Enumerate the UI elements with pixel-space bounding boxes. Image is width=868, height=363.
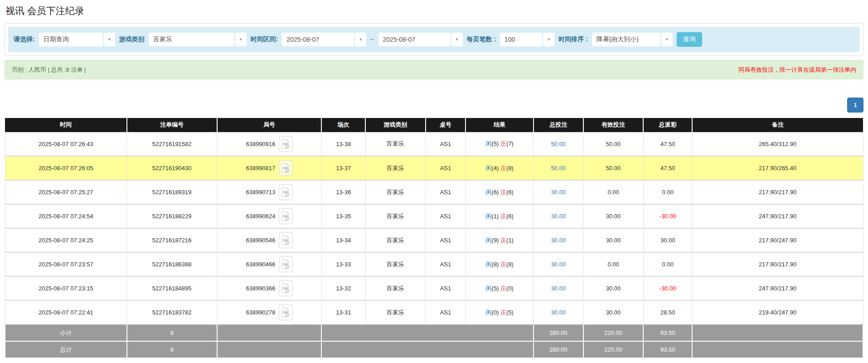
summary-empty — [692, 341, 863, 358]
currency-total-text: 币别 : 人民币 | 总共 :8 注单 | — [12, 66, 86, 74]
summary-row: 总计8280.00220.0093.50 — [5, 341, 863, 358]
cell-session: 13-38 — [321, 132, 365, 156]
banker-result-label: 庄 — [500, 140, 506, 147]
cell-table-number: AS1 — [426, 300, 466, 324]
page-button-1[interactable]: 1 — [847, 98, 863, 113]
summary-bar: 币别 : 人民币 | 总共 :8 注单 | 同局有效投注，统一计算在该局第一张注… — [5, 60, 863, 79]
chevron-down-icon: ▼ — [661, 33, 673, 46]
cell-bet-id: 522716191582 — [127, 132, 217, 156]
date-to-select[interactable]: 2025-08-07 ▼ — [378, 33, 463, 46]
betting-records-table: 时间注单编号局号场次游戏类别桌号结果总投注有效投注总派彩备注 2025-08-0… — [5, 118, 863, 358]
video-replay-button[interactable] — [279, 208, 293, 224]
summary-label: 总计 — [5, 341, 127, 358]
video-replay-button[interactable] — [279, 136, 293, 152]
cell-table-number: AS1 — [426, 204, 466, 228]
total-bet-link[interactable]: 30.00 — [551, 213, 566, 220]
column-header: 桌号 — [426, 118, 466, 132]
total-bet-link[interactable]: 30.00 — [551, 309, 566, 316]
time-range-label: 时间区间: — [251, 35, 278, 44]
cell-payout: -30.00 — [643, 204, 692, 228]
query-type-select[interactable]: 日期查询 ▼ — [39, 33, 115, 46]
player-result-label: 闲 — [486, 140, 492, 147]
valid-bet-notice-text: 同局有效投注，统一计算在该局第一张注单内 — [738, 66, 856, 74]
cell-game-category: 百家乐 — [365, 252, 426, 276]
cell-game-category: 百家乐 — [365, 180, 426, 204]
video-replay-button[interactable] — [279, 232, 293, 248]
round-id-text: 638990278 — [246, 309, 275, 316]
cell-remark: 217.90/247.90 — [692, 228, 863, 252]
table-row: 2025-08-07 07:26:43522716191582638990916… — [5, 132, 863, 156]
total-bet-link[interactable]: 30.00 — [551, 285, 566, 292]
table-footer: 小计8280.00220.0093.50总计8280.00220.0093.50 — [5, 324, 863, 358]
video-replay-button[interactable] — [279, 280, 293, 296]
total-bet-link[interactable]: 50.00 — [551, 141, 566, 147]
table-row: 2025-08-07 07:26:05522716190430638990817… — [5, 156, 863, 180]
total-bet-link[interactable]: 30.00 — [551, 237, 566, 244]
query-type-value: 日期查询 — [39, 33, 103, 46]
page-size-value: 100 — [500, 33, 542, 46]
summary-label: 小计 — [5, 324, 127, 341]
video-replay-button[interactable] — [279, 256, 293, 272]
table-header-row: 时间注单编号局号场次游戏类别桌号结果总投注有效投注总派彩备注 — [5, 118, 863, 132]
cell-table-number: AS1 — [426, 132, 466, 156]
cell-session: 13-34 — [321, 228, 365, 252]
search-button[interactable]: 查询 — [677, 32, 702, 47]
cell-payout: 28.50 — [643, 300, 692, 324]
video-replay-button[interactable] — [279, 304, 293, 320]
cell-round-id: 638990278 — [217, 300, 322, 324]
cell-round-id: 638990817 — [217, 156, 322, 180]
cell-game-category: 百家乐 — [365, 132, 426, 156]
date-from-select[interactable]: 2025-08-07 ▼ — [282, 33, 366, 46]
player-result-label: 闲 — [486, 309, 492, 316]
chevron-down-icon: ▼ — [451, 33, 463, 46]
game-category-select[interactable]: 百家乐 ▼ — [149, 33, 247, 46]
cell-remark: 217.90/217.90 — [692, 252, 863, 276]
summary-count: 8 — [127, 341, 217, 358]
cell-result: 闲(8) 庄(8) — [466, 252, 533, 276]
total-bet-link[interactable]: 30.00 — [551, 261, 566, 268]
summary-empty — [321, 341, 533, 358]
game-category-value: 百家乐 — [149, 33, 234, 46]
cell-round-id: 638990624 — [217, 204, 322, 228]
cell-bet-id: 522716183782 — [127, 300, 217, 324]
date-range-separator: ~ — [370, 36, 374, 43]
cell-bet-id: 522716186388 — [127, 252, 217, 276]
cell-result: 闲(4) 庄(8) — [466, 156, 533, 180]
table-row: 2025-08-07 07:23:57522716186388638990466… — [5, 252, 863, 276]
page-size-select[interactable]: 100 ▼ — [500, 33, 554, 46]
cell-time: 2025-08-07 07:23:57 — [5, 252, 127, 276]
video-file-icon — [281, 211, 290, 221]
total-bet-link[interactable]: 30.00 — [551, 189, 566, 196]
total-bet-link[interactable]: 50.00 — [551, 165, 566, 172]
player-result-label: 闲 — [486, 261, 492, 268]
chevron-down-icon: ▼ — [235, 33, 247, 46]
banker-result-label: 庄 — [500, 165, 506, 172]
cell-game-category: 百家乐 — [365, 300, 426, 324]
summary-empty — [217, 324, 322, 341]
banker-result-label: 庄 — [500, 261, 506, 268]
summary-empty — [692, 324, 863, 341]
cell-valid-bet: 0.00 — [583, 252, 644, 276]
summary-empty — [321, 324, 533, 341]
column-header: 局号 — [217, 118, 322, 132]
column-header: 时间 — [5, 118, 127, 132]
summary-row: 小计8280.00220.0093.50 — [5, 324, 863, 341]
video-file-icon — [281, 187, 290, 197]
date-to-value: 2025-08-07 — [378, 33, 451, 46]
cell-session: 13-32 — [321, 276, 365, 300]
page-title: 视讯 会员下注纪录 — [5, 5, 863, 17]
cell-time: 2025-08-07 07:23:15 — [5, 276, 127, 300]
cell-total-bet: 30.00 — [533, 204, 583, 228]
cell-result: 闲(9) 庄(1) — [466, 228, 533, 252]
column-header: 场次 — [321, 118, 365, 132]
cell-table-number: AS1 — [426, 156, 466, 180]
banker-result-label: 庄 — [500, 213, 506, 220]
cell-time: 2025-08-07 07:22:41 — [5, 300, 127, 324]
cell-total-bet: 30.00 — [533, 180, 583, 204]
cell-time: 2025-08-07 07:24:25 — [5, 228, 127, 252]
cell-remark: 247.90/217.90 — [692, 276, 863, 300]
cell-bet-id: 522716187216 — [127, 228, 217, 252]
video-replay-button[interactable] — [279, 184, 293, 200]
video-replay-button[interactable] — [279, 160, 293, 176]
time-order-select[interactable]: 降幂(由大到小) ▼ — [592, 33, 673, 46]
